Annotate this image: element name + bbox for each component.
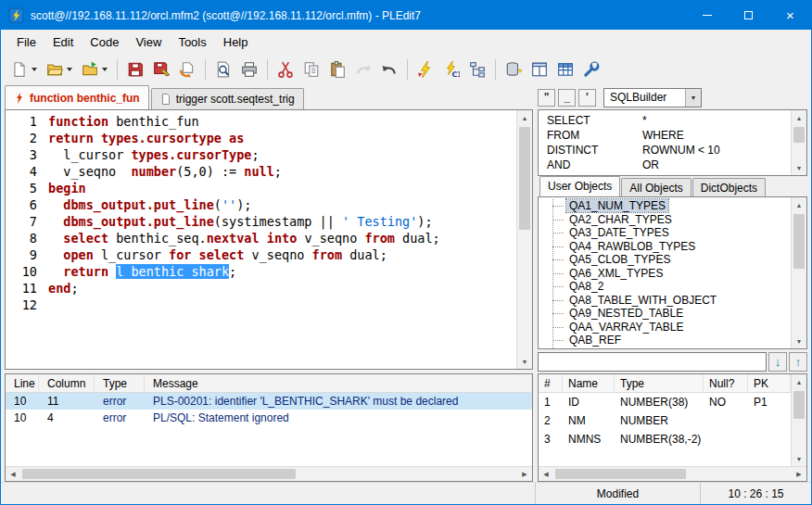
code-editor[interactable]: 1function benthic_fun2return types.curso…	[5, 109, 533, 370]
columns-hscrollbar[interactable]: ◀ ▶	[539, 466, 806, 481]
scroll-thumb[interactable]	[519, 127, 530, 230]
object-item[interactable]: QA3_DATE_TYPES	[539, 226, 790, 240]
scroll-thumb[interactable]	[22, 469, 296, 479]
scroll-thumb[interactable]	[793, 214, 805, 269]
object-item[interactable]: QA4_RAWBLOB_TYPES	[539, 240, 790, 254]
scroll-down-icon[interactable]: ▼	[517, 354, 532, 369]
chevron-down-icon[interactable]	[32, 68, 37, 71]
open-file-button[interactable]	[42, 57, 77, 82]
scroll-left-icon[interactable]: ◀	[6, 467, 20, 481]
object-item[interactable]: QA2_CHAR_TYPES	[539, 213, 790, 227]
menu-code[interactable]: Code	[82, 32, 127, 53]
tab-document-1[interactable]: function benthic_fun	[5, 85, 149, 109]
messages-hscrollbar[interactable]: ◀ ▶	[6, 466, 532, 481]
message-row[interactable]: 104errorPL/SQL: Statement ignored	[6, 410, 532, 426]
cut-button[interactable]	[273, 57, 298, 82]
object-item[interactable]: QAB_REF	[539, 334, 790, 347]
editor-vscrollbar[interactable]: ▲ ▼	[516, 110, 532, 369]
scroll-track[interactable]	[20, 467, 517, 481]
execute-button[interactable]	[412, 57, 438, 82]
print-preview-button[interactable]	[210, 57, 236, 82]
scroll-track[interactable]	[517, 125, 532, 354]
scroll-down-icon[interactable]: ▼	[792, 160, 806, 175]
chevron-down-icon[interactable]	[67, 68, 72, 71]
column-row[interactable]: 2NMNUMBER	[539, 411, 791, 430]
columns-col-header[interactable]: Null?	[704, 374, 748, 392]
scroll-right-icon[interactable]: ▶	[792, 467, 806, 481]
column-row[interactable]: 3NMNSNUMBER(38,-2)	[539, 430, 791, 448]
sql-keyword-row[interactable]: SELECT*	[539, 113, 790, 128]
menu-view[interactable]: View	[127, 32, 170, 53]
scroll-track[interactable]	[553, 467, 792, 481]
scroll-down-icon[interactable]: ▼	[792, 451, 806, 466]
object-list-vscrollbar[interactable]: ▲ ▼	[791, 197, 806, 348]
object-item[interactable]: QA6_XML_TYPES	[539, 267, 790, 281]
scroll-down-icon[interactable]: ▼	[792, 334, 806, 348]
save-as-button[interactable]	[148, 57, 174, 82]
new-document-button[interactable]	[6, 57, 42, 82]
scroll-right-icon[interactable]: ▶	[517, 467, 532, 481]
object-item[interactable]: QAA_VARRAY_TABLE	[539, 321, 790, 335]
paste-button[interactable]	[324, 57, 350, 82]
sql-keyword-row[interactable]: ANDOR	[539, 158, 790, 172]
tab-user-objects[interactable]: User Objects	[539, 176, 620, 196]
menu-tools[interactable]: Tools	[170, 32, 214, 53]
messages-col-type[interactable]: Type	[95, 374, 145, 392]
scroll-thumb[interactable]	[793, 391, 805, 419]
close-button[interactable]: ×	[769, 1, 811, 30]
scroll-up-icon[interactable]: ▲	[792, 374, 806, 389]
column-row[interactable]: 1IDNUMBER(38)NOP1	[539, 393, 791, 411]
object-item[interactable]: QA1_NUM_TYPES	[539, 199, 790, 213]
copy-button[interactable]	[298, 57, 324, 82]
menu-help[interactable]: Help	[215, 32, 257, 53]
scroll-track[interactable]	[792, 125, 806, 160]
chevron-down-icon[interactable]: ▼	[685, 89, 701, 107]
object-item[interactable]: QA8_2	[539, 280, 790, 294]
scroll-up-icon[interactable]: ▲	[792, 197, 806, 212]
object-item[interactable]: QA5_CLOB_TYPES	[539, 253, 790, 267]
object-item[interactable]: QA9_NESTED_TABLE	[539, 307, 790, 321]
settings-wrench-button[interactable]	[578, 57, 604, 82]
columns-vscrollbar[interactable]: ▲ ▼	[791, 374, 806, 466]
move-down-button[interactable]: ↓	[768, 352, 787, 372]
minimize-button[interactable]	[686, 1, 728, 30]
object-item[interactable]: QA8_TABLE_WITH_OBJECT	[539, 294, 790, 308]
columns-col-header[interactable]: PK	[748, 374, 791, 392]
data-grid-button[interactable]	[552, 57, 578, 82]
import-file-button[interactable]	[77, 57, 112, 82]
messages-col-message[interactable]: Message	[145, 374, 532, 392]
builder-mini-button[interactable]: '	[578, 89, 596, 107]
db-objects-button[interactable]	[501, 57, 527, 82]
redo-button[interactable]	[350, 57, 376, 82]
object-filter-input[interactable]	[538, 352, 767, 372]
messages-col-line[interactable]: Line	[6, 374, 39, 392]
move-up-button[interactable]: ↑	[789, 352, 807, 372]
columns-col-header[interactable]: Type	[615, 374, 704, 392]
tab-all-objects[interactable]: All Objects	[621, 178, 691, 196]
builder-combo[interactable]: SQLBuilder ▼	[603, 88, 702, 107]
message-row[interactable]: 1011errorPLS-00201: identifier 'L_BENTHI…	[6, 393, 532, 410]
builder-mini-button[interactable]: "	[538, 89, 555, 107]
revert-button[interactable]	[174, 57, 200, 82]
scroll-up-icon[interactable]: ▲	[792, 110, 806, 125]
menu-file[interactable]: File	[8, 32, 44, 53]
sql-keyword-row[interactable]: FROMWHERE	[539, 128, 790, 143]
undo-button[interactable]	[376, 57, 402, 82]
sql-keywords-vscrollbar[interactable]: ▲ ▼	[791, 110, 806, 175]
maximize-button[interactable]	[728, 1, 769, 30]
compile-button[interactable]: C1	[438, 57, 464, 82]
scroll-track[interactable]	[792, 389, 806, 451]
tab-dictobjects[interactable]: DictObjects	[692, 178, 766, 196]
scroll-up-icon[interactable]: ▲	[517, 110, 532, 125]
scroll-left-icon[interactable]: ◀	[539, 467, 553, 481]
scroll-thumb[interactable]	[555, 469, 686, 479]
columns-col-header[interactable]: Name	[563, 374, 615, 392]
sql-keyword-row[interactable]: DISTINCTROWNUM < 10	[539, 143, 790, 158]
split-window-button[interactable]	[527, 57, 552, 82]
save-button[interactable]	[122, 57, 148, 82]
print-button[interactable]	[236, 57, 262, 82]
tab-document-2[interactable]: trigger scott.seqtest_trig	[151, 88, 304, 109]
scroll-track[interactable]	[792, 212, 806, 334]
scroll-thumb[interactable]	[793, 127, 805, 143]
messages-col-column[interactable]: Column	[39, 374, 95, 392]
